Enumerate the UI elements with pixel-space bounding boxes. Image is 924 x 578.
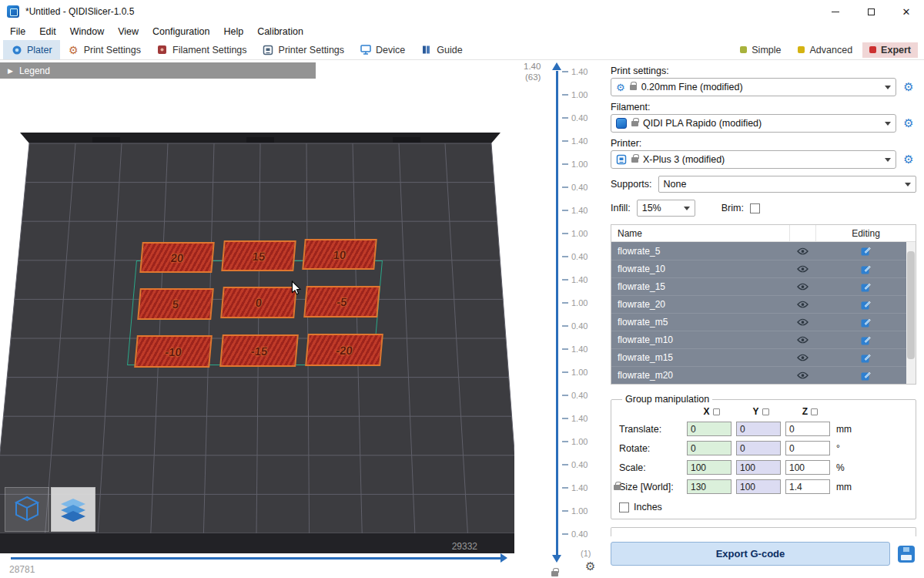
plate-object[interactable]: -15 <box>219 334 299 367</box>
uniform-scale-lock-icon[interactable] <box>614 485 621 490</box>
z-value-field[interactable]: 1.4 <box>785 479 830 494</box>
tab-device[interactable]: Device <box>352 40 413 59</box>
y-value-field[interactable]: 100 <box>736 479 781 494</box>
x-value-field[interactable]: 130 <box>687 479 732 494</box>
move-slider-arrow[interactable] <box>500 553 507 563</box>
object-row[interactable]: flowrate_10 <box>611 260 916 277</box>
y-value-field[interactable]: 0 <box>736 441 781 455</box>
tab-printer-settings[interactable]: Printer Settings <box>255 40 352 59</box>
layer-slider-bottom-handle[interactable] <box>552 555 561 563</box>
object-row[interactable]: flowrate_5 <box>611 242 916 260</box>
x-value-field[interactable]: 0 <box>687 441 732 455</box>
move-slider[interactable] <box>11 557 500 560</box>
mode-simple[interactable]: Simple <box>733 42 788 58</box>
tick-mark <box>562 510 568 512</box>
print-settings-icon: ⚙ <box>68 44 79 55</box>
menu-item[interactable]: Window <box>63 23 111 40</box>
edit-icon[interactable] <box>815 264 916 274</box>
eye-icon[interactable] <box>789 283 815 291</box>
axis-toggle-icon[interactable] <box>713 408 720 415</box>
axis-toggle-icon[interactable] <box>811 408 818 415</box>
x-value-field[interactable]: 0 <box>687 422 732 436</box>
layer-lock-icon[interactable] <box>551 571 558 576</box>
preview-view-button[interactable] <box>51 487 95 532</box>
edit-icon[interactable] <box>815 318 916 328</box>
object-row[interactable]: flowrate_m5 <box>611 313 916 331</box>
eye-icon[interactable] <box>789 265 815 273</box>
eye-icon[interactable] <box>789 336 815 344</box>
layer-slider-top-handle[interactable] <box>552 62 561 70</box>
legend-expand-icon: ▶ <box>8 67 13 75</box>
tick-mark <box>562 71 568 72</box>
eye-icon[interactable] <box>789 247 815 255</box>
menu-item[interactable]: Configuration <box>146 23 216 40</box>
export-gcode-button[interactable]: Export G-code <box>611 542 890 566</box>
edit-icon[interactable] <box>815 246 916 256</box>
lock-icon <box>630 85 637 90</box>
menu-item[interactable]: View <box>111 23 146 40</box>
eye-icon[interactable] <box>789 301 815 308</box>
object-row[interactable]: flowrate_m10 <box>611 331 916 348</box>
print-settings-gear-button[interactable]: ⚙ <box>901 80 916 94</box>
z-value-field[interactable]: 100 <box>785 460 830 475</box>
plate-object[interactable]: 5 <box>137 288 214 320</box>
x-value-field[interactable]: 100 <box>687 460 732 475</box>
menu-item[interactable]: Edit <box>32 23 63 40</box>
tab-filament-settings[interactable]: Filament Settings <box>149 40 255 59</box>
layer-settings-gear-icon[interactable]: ⚙ <box>585 560 595 573</box>
print-settings-combo[interactable]: ⚙ 0.20mm Fine (modified) <box>611 78 896 96</box>
scrollbar-thumb[interactable] <box>907 251 915 359</box>
layer-tick: 0.40 <box>562 314 588 338</box>
menu-item[interactable]: Help <box>216 23 250 40</box>
plate-object[interactable]: 20 <box>139 242 214 273</box>
filament-gear-button[interactable]: ⚙ <box>901 116 916 130</box>
menu-item[interactable]: Calibration <box>250 23 310 40</box>
manipulation-label: Scale: <box>619 462 687 473</box>
plate-object[interactable]: -5 <box>303 286 380 318</box>
mode-advanced[interactable]: Advanced <box>791 42 859 58</box>
edit-icon[interactable] <box>815 353 916 363</box>
menu-item[interactable]: File <box>3 23 32 40</box>
infill-combo[interactable]: 15% <box>637 200 695 217</box>
plate-object[interactable]: 10 <box>302 239 377 270</box>
y-value-field[interactable]: 0 <box>736 422 781 436</box>
plate-object[interactable]: 15 <box>221 240 296 271</box>
filament-combo[interactable]: QIDI PLA Rapido (modified) <box>611 114 896 133</box>
object-row[interactable]: flowrate_m20 <box>611 366 916 384</box>
3d-viewport[interactable]: ▶ Legend 20 15 10 5 0 -5 -10 -15 -20 <box>0 60 514 578</box>
minimize-button[interactable] <box>818 0 853 23</box>
edit-icon[interactable] <box>815 282 916 292</box>
maximize-button[interactable] <box>853 0 889 23</box>
tab-guide[interactable]: Guide <box>413 40 470 59</box>
tab-print-settings[interactable]: ⚙ Print Settings <box>60 40 149 59</box>
edit-icon[interactable] <box>815 335 916 345</box>
object-row[interactable]: flowrate_15 <box>611 277 916 295</box>
close-button[interactable]: ✕ <box>889 0 924 23</box>
printer-gear-button[interactable]: ⚙ <box>901 153 916 166</box>
eye-icon[interactable] <box>789 371 815 379</box>
printer-combo[interactable]: X-Plus 3 (modified) <box>611 150 896 169</box>
legend-bar[interactable]: ▶ Legend <box>0 62 316 79</box>
object-list-scrollbar[interactable] <box>906 242 916 384</box>
eye-icon[interactable] <box>789 318 815 326</box>
inches-checkbox[interactable] <box>619 502 629 512</box>
layer-slider[interactable] <box>556 71 558 555</box>
mode-expert[interactable]: Expert <box>862 42 918 58</box>
plate-object[interactable]: -10 <box>134 335 213 368</box>
plate-object[interactable]: 0 <box>220 287 297 318</box>
plate-object[interactable]: -20 <box>305 334 383 366</box>
object-row[interactable]: flowrate_20 <box>611 295 916 313</box>
axis-toggle-icon[interactable] <box>762 408 769 415</box>
brim-checkbox[interactable] <box>750 203 760 213</box>
y-value-field[interactable]: 100 <box>736 460 781 475</box>
z-value-field[interactable]: 0 <box>785 422 830 436</box>
supports-combo[interactable]: None <box>658 176 916 193</box>
object-row[interactable]: flowrate_m15 <box>611 348 916 366</box>
z-value-field[interactable]: 0 <box>785 441 830 455</box>
tab-plater[interactable]: Plater <box>3 40 60 59</box>
edit-icon[interactable] <box>815 300 916 310</box>
editor-view-button[interactable] <box>5 487 49 532</box>
eye-icon[interactable] <box>789 354 815 361</box>
send-to-printer-icon[interactable] <box>896 544 916 564</box>
edit-icon[interactable] <box>815 371 916 381</box>
